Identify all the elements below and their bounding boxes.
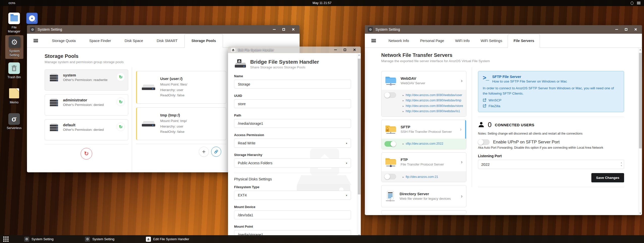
server-name: WebDAV (401, 76, 425, 80)
chevron-right-icon[interactable] (460, 126, 462, 132)
close-button[interactable] (634, 28, 637, 31)
minimize-button[interactable] (272, 28, 276, 31)
maximize-button[interactable] (343, 48, 347, 52)
window-titlebar[interactable]: Edit File System Handler (228, 47, 361, 53)
add-fsh-button[interactable] (199, 147, 209, 157)
refresh-icon (84, 150, 89, 157)
scrollbar[interactable] (357, 53, 361, 237)
sftp-link[interactable]: sftp://dev.arozos.com:2022 (403, 141, 443, 146)
tab-wifi-info[interactable]: WiFi Info (450, 34, 475, 48)
pool-sync-button[interactable] (116, 123, 125, 131)
desktop-icon-memo[interactable]: Memo (5, 88, 23, 104)
tab-space-finder[interactable]: Space Finder (82, 34, 118, 48)
filesystem-type-select[interactable]: EXT4 (234, 191, 351, 200)
pool-sync-button[interactable] (116, 73, 125, 81)
ftp-toggle[interactable] (384, 174, 396, 179)
ftp-link[interactable]: ftp://dev.arozos.com:21 (403, 175, 438, 179)
taskbar-item-system-setting-2[interactable]: System Setting (85, 237, 114, 242)
client-link-winscp[interactable]: WinSCP (483, 98, 619, 102)
chevron-right-icon[interactable] (461, 193, 463, 199)
tab-disk-smart[interactable]: Disk SMART (150, 34, 184, 48)
bridge-fsh-button[interactable] (211, 147, 221, 157)
scroll-up-icon[interactable] (638, 48, 642, 52)
listening-port-input[interactable] (478, 160, 624, 169)
window-titlebar[interactable]: System Setting (27, 25, 300, 34)
scrollbar-thumb[interactable] (358, 59, 361, 194)
window-titlebar[interactable]: System Setting (365, 25, 642, 34)
desktop-icon-serverless[interactable]: Serverless (5, 113, 23, 130)
server-card-header[interactable]: WebDAV WebDAV Server (381, 71, 466, 90)
webdav-link[interactable]: http://dev.arozos.com:8080/webdav/store (403, 104, 463, 108)
uuid-input[interactable] (234, 99, 351, 108)
webdav-link[interactable]: http://dev.arozos.com:8080/webdav/is1 (403, 109, 463, 114)
menu-icon[interactable] (34, 39, 38, 42)
webdav-link[interactable]: http://dev.arozos.com:8080/webdav/user (403, 93, 463, 98)
page-title: Storage Pools (45, 53, 128, 59)
mount-readonly: ReadOnly: false (160, 129, 187, 135)
maximize-button[interactable] (624, 28, 628, 31)
pool-card-default[interactable]: default Other's Permission: denied (45, 119, 128, 140)
mount-card-user[interactable]: User (user:/) Mount Point: files/ Hierar… (136, 71, 226, 104)
divider (478, 187, 624, 187)
tab-disk-space[interactable]: Disk Space (118, 34, 150, 48)
scroll-up-icon[interactable] (357, 53, 361, 57)
scroll-down-icon[interactable] (638, 211, 642, 215)
disk-drive-icon (141, 84, 156, 91)
server-stack-icon (48, 73, 59, 82)
menu-icon[interactable] (371, 39, 376, 42)
mount-device-input[interactable] (234, 211, 351, 219)
apps-grid-icon[interactable] (3, 236, 9, 242)
field-label-uuid: UUID (234, 94, 351, 98)
scrollbar-thumb[interactable] (639, 53, 642, 148)
name-input[interactable] (234, 80, 351, 89)
minimize-button[interactable] (615, 28, 618, 31)
tab-wifi-settings[interactable]: WiFi Settings (475, 34, 508, 48)
server-card-header[interactable]: SFTP SSH File Transfer Protocol Server (381, 120, 466, 139)
pool-card-administrator[interactable]: administrator Other's Permission: denied (45, 94, 128, 115)
tab-network-info[interactable]: Network Info (383, 34, 414, 48)
path-input[interactable] (234, 119, 351, 128)
bullet-icon (403, 93, 406, 97)
server-card-header[interactable]: FTP File Transfer Protocol Server (381, 153, 466, 171)
desktop-icon-system-setting[interactable]: System Setting (5, 35, 23, 59)
chevron-right-icon[interactable] (461, 159, 463, 165)
desktop-icon-music[interactable]: ♪ (23, 13, 41, 24)
webdav-toggle[interactable] (384, 92, 396, 98)
save-changes-button[interactable]: Save Changes (591, 173, 624, 182)
tab-personal-page[interactable]: Personal Page (414, 34, 449, 48)
chevron-right-icon[interactable] (461, 78, 463, 84)
tab-storage-quota[interactable]: Storage Quota (45, 34, 82, 48)
tab-file-servers[interactable]: File Servers (508, 34, 540, 48)
server-card-directory: Directory Server Web file viewer for leg… (381, 185, 466, 207)
taskbar-item-system-setting-1[interactable]: System Setting (24, 237, 53, 242)
desktop-icon-trash-bin[interactable]: Trash Bin (5, 62, 23, 79)
clock-icon[interactable] (631, 2, 633, 5)
maximize-button[interactable] (282, 28, 285, 31)
storage-hierarchy-select[interactable]: Public Access Folders (234, 158, 351, 168)
caret-down-icon (621, 164, 622, 167)
pool-card-system[interactable]: system Other's Permission: readwrite (45, 69, 128, 91)
gear-icon (24, 237, 29, 242)
access-permission-select[interactable]: Read Write (234, 139, 351, 148)
scrollbar[interactable] (638, 48, 642, 215)
hamburger-icon[interactable] (637, 2, 640, 4)
pool-sync-button[interactable] (116, 98, 125, 106)
upnp-toggle[interactable] (478, 139, 490, 145)
reload-pools-button[interactable] (81, 148, 92, 159)
close-button[interactable] (292, 28, 295, 31)
taskbar-item-edit-fsh[interactable]: Edit File System Handler (146, 237, 189, 242)
server-card-header[interactable]: Directory Server Web file viewer for leg… (381, 185, 466, 207)
desktop-icon-file-manager[interactable]: File Manager (5, 13, 23, 34)
server-card-webdav: WebDAV WebDAV Server http://dev.arozos.c… (381, 71, 466, 117)
tab-storage-pools[interactable]: Storage Pools (184, 34, 223, 48)
number-spinner[interactable] (621, 161, 622, 167)
divider (45, 144, 128, 144)
sftp-toggle[interactable] (384, 141, 396, 147)
minimize-button[interactable] (334, 48, 337, 52)
webdav-link[interactable]: http://dev.arozos.com:8080/webdav/tmp (403, 98, 463, 103)
mount-card-tmp[interactable]: tmp (tmp:/) Mount Point: tmp/ Hierarchy:… (136, 107, 226, 140)
external-link-icon (483, 98, 486, 102)
refresh-icon (119, 99, 122, 105)
close-button[interactable] (353, 48, 356, 52)
client-link-filezilla[interactable]: FileZilla (483, 104, 619, 108)
